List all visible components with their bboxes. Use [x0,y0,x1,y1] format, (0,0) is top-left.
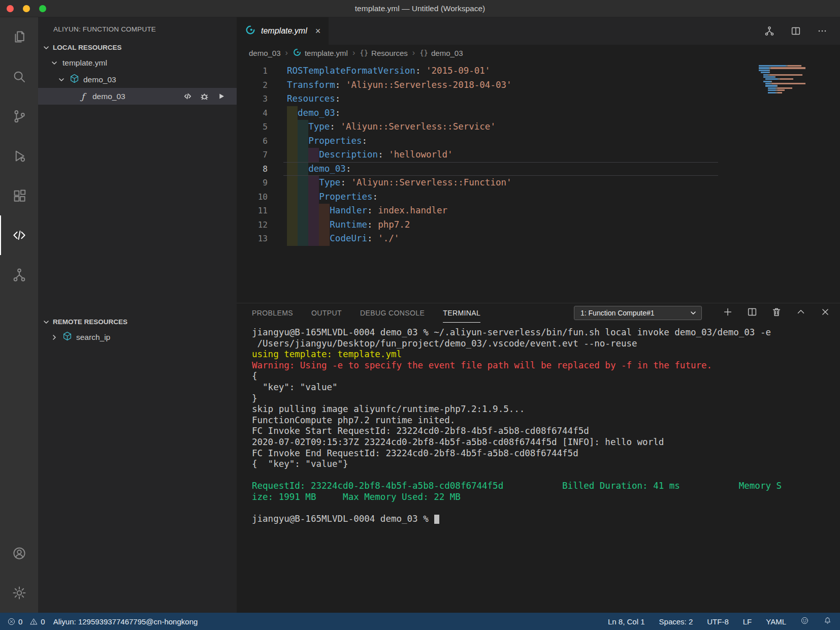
tab-problems[interactable]: PROBLEMS [252,303,293,323]
code-line[interactable]: 1ROSTemplateFormatVersion: '2015-09-01' [237,64,840,78]
code-line[interactable]: 8 demo_03: [237,162,840,176]
code-text[interactable]: demo_03: [287,162,351,176]
split-editor-icon[interactable] [790,25,801,37]
terminal-line: FC Invoke Start RequestId: 23224cd0-2bf8… [252,426,840,437]
language-mode-status[interactable]: YAML [766,617,786,626]
chevron-right-icon[interactable] [50,333,58,341]
line-number[interactable]: 6 [237,134,268,148]
code-line[interactable]: 12 Runtime: php7.2 [237,218,840,232]
chevron-down-icon[interactable] [50,59,58,67]
activity-deploy[interactable] [0,255,38,295]
code-text[interactable]: Properties: [287,134,367,148]
line-number[interactable]: 1 [237,64,268,78]
code-line[interactable]: 9 Type: 'Aliyun::Serverless::Function' [237,176,840,190]
activity-extensions[interactable] [0,176,38,215]
eol-status[interactable]: LF [743,617,752,626]
zoom-window-button[interactable] [39,5,46,12]
notifications-button[interactable] [823,616,832,626]
activity-source-control[interactable] [0,97,38,136]
line-number[interactable]: 9 [237,176,268,190]
aliyun-account-status[interactable]: Aliyun: 1295939377467795@cn-hongkong [53,617,198,626]
indentation-status[interactable]: Spaces: 2 [659,617,693,626]
more-actions-icon[interactable] [817,25,828,37]
chevron-down-icon[interactable] [57,76,66,84]
terminal-instance-select[interactable]: 1: Function Compute#1 [574,306,702,320]
code-line[interactable]: 7 Description: 'helloworld' [237,148,840,162]
line-number[interactable]: 10 [237,190,268,204]
breadcrumb-item[interactable]: template.yml [293,48,348,58]
chevron-up-icon [795,306,806,318]
feedback-button[interactable] [800,616,809,626]
activity-settings[interactable] [0,573,38,613]
code-line[interactable]: 13 CodeUri: './' [237,232,840,246]
code-text[interactable]: ROSTemplateFormatVersion: '2015-09-01' [287,64,490,78]
code-text[interactable]: Description: 'helloworld' [287,148,453,162]
warning-icon [29,617,38,626]
code-line[interactable]: 4 demo_03: [237,106,840,120]
deploy-hierarchy-icon[interactable] [764,25,775,37]
line-number[interactable]: 8 [237,162,268,176]
tree-item-demo03-service[interactable]: demo_03 [38,71,237,88]
line-number[interactable]: 3 [237,92,268,106]
breadcrumb-item[interactable]: {} Resources [360,49,408,57]
line-number[interactable]: 11 [237,204,268,218]
maximize-panel-button[interactable] [795,306,806,320]
code-line[interactable]: 6 Properties: [237,134,840,148]
editor-group: template.yml × [237,17,840,613]
tab-close-icon[interactable]: × [315,26,321,37]
line-number[interactable]: 2 [237,78,268,92]
code-text[interactable]: CodeUri: './' [287,232,399,246]
code-line[interactable]: 2Transform: 'Aliyun::Serverless-2018-04-… [237,78,840,92]
code-line[interactable]: 3Resources: [237,92,840,106]
code-text[interactable]: Type: 'Aliyun::Serverless::Service' [287,120,496,134]
code-text[interactable]: Transform: 'Aliyun::Serverless-2018-04-0… [287,78,512,92]
activity-explorer[interactable] [0,17,38,57]
tab-template-yml[interactable]: template.yml × [237,17,329,45]
close-window-button[interactable] [7,5,14,12]
code-line[interactable]: 11 Handler: index.handler [237,204,840,218]
section-header-local-resources[interactable]: LOCAL RESOURCES [38,41,237,54]
run-function-icon[interactable] [217,92,225,101]
code-text[interactable]: Handler: index.handler [287,204,447,218]
minimize-window-button[interactable] [23,5,30,12]
section-header-remote-resources[interactable]: REMOTE RESOURCES [38,315,237,329]
code-line[interactable]: 10 Properties: [237,190,840,204]
minimap[interactable] [759,65,830,94]
kill-terminal-button[interactable] [771,306,782,320]
code-text[interactable]: Resources: [287,92,340,106]
line-number[interactable]: 4 [237,106,268,120]
line-number[interactable]: 7 [237,148,268,162]
activity-search[interactable] [0,57,38,97]
code-text[interactable]: Type: 'Aliyun::Serverless::Function' [287,176,512,190]
activity-account[interactable] [0,533,38,573]
cursor-position-status[interactable]: Ln 8, Col 1 [608,617,645,626]
line-number[interactable]: 13 [237,232,268,246]
code-editor[interactable]: 1ROSTemplateFormatVersion: '2015-09-01'2… [237,61,840,303]
code-line[interactable]: 5 Type: 'Aliyun::Serverless::Service' [237,120,840,134]
code-text[interactable]: Properties: [287,190,378,204]
breadcrumb-item[interactable]: {} demo_03 [419,49,463,57]
tab-debug-console[interactable]: DEBUG CONSOLE [360,303,425,323]
code-text[interactable]: Runtime: php7.2 [287,218,410,232]
tab-output[interactable]: OUTPUT [311,303,342,323]
debug-bug-icon[interactable] [200,92,209,101]
line-number[interactable]: 12 [237,218,268,232]
line-number[interactable]: 5 [237,120,268,134]
show-code-icon[interactable] [183,92,192,101]
problems-status[interactable]: 0 0 [7,617,45,626]
tree-item-template-yml[interactable]: template.yml [38,54,237,71]
code-text[interactable]: demo_03: [287,106,340,120]
activity-run-debug[interactable] [0,136,38,176]
activity-aliyun-function-compute[interactable] [0,215,38,255]
close-panel-button[interactable] [820,306,831,320]
split-terminal-button[interactable] [747,306,758,320]
terminal[interactable]: jiangyu@B-165MLVDL-0004 demo_03 % ~/.ali… [237,323,840,613]
tree-item-search-ip[interactable]: search_ip [38,329,237,345]
chevron-down-icon [42,318,50,326]
encoding-status[interactable]: UTF-8 [707,617,729,626]
new-terminal-button[interactable] [722,306,733,320]
tab-terminal[interactable]: TERMINAL [443,303,480,323]
breadcrumb-item[interactable]: demo_03 [249,49,281,57]
tree-item-label: demo_03 [92,92,125,101]
tree-item-demo03-function[interactable]: ƒ demo_03 [38,88,237,105]
